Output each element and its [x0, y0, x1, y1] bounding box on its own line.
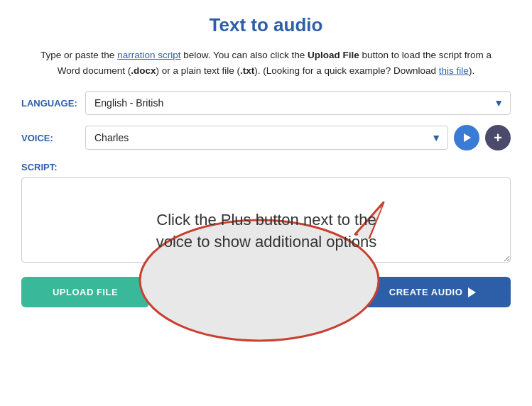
this-file-link[interactable]: this file	[439, 65, 469, 76]
play-icon	[464, 133, 471, 142]
play-voice-button[interactable]	[454, 125, 479, 150]
voice-row: VOICE: Charles Emma Brian Amy ▼	[21, 125, 511, 150]
create-audio-play-icon	[468, 287, 476, 297]
voice-label: VOICE:	[21, 133, 85, 143]
plus-button[interactable]: +	[485, 125, 511, 150]
voice-select[interactable]: Charles Emma Brian Amy	[85, 126, 448, 150]
language-select[interactable]: English - British English - American Fre…	[85, 91, 511, 115]
create-audio-label: CREATE Audio	[389, 287, 463, 297]
script-label-row: SCRIPT:	[21, 160, 511, 173]
footer-buttons: UPLOAD FILE PREVIEW CREATE Audio	[21, 277, 511, 307]
preview-button[interactable]: PREVIEW	[188, 277, 316, 307]
description-text: Type or paste the narration script below…	[32, 48, 501, 78]
language-select-wrapper: English - British English - American Fre…	[85, 91, 511, 115]
page-title: Text to audio	[210, 14, 323, 36]
plus-icon: +	[494, 130, 502, 146]
create-audio-button[interactable]: CREATE Audio	[354, 277, 511, 307]
script-label: SCRIPT:	[21, 162, 58, 172]
script-textarea[interactable]	[21, 177, 511, 263]
language-row: LANGUAGE: English - British English - Am…	[21, 91, 511, 115]
language-label: LANGUAGE:	[21, 98, 85, 109]
voice-select-wrapper: Charles Emma Brian Amy ▼	[85, 126, 448, 150]
narration-script-link[interactable]: narration script	[117, 50, 180, 60]
upload-file-button[interactable]: UPLOAD FILE	[21, 277, 149, 307]
